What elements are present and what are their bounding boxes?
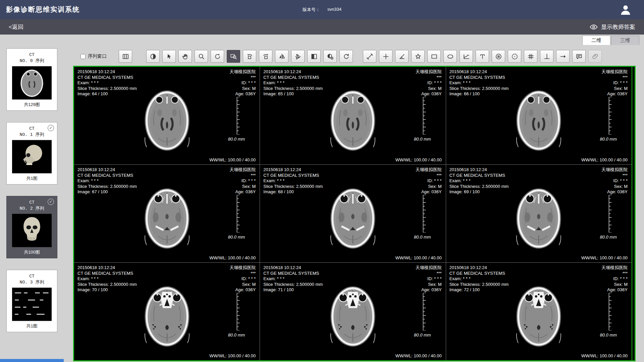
cell-hospital: 天堰模拟医院 [601,69,628,75]
cell-exam: Exam: * * * [77,276,137,282]
series-window-toggle[interactable]: 序列窗口 [80,53,107,59]
tool-roi-stats-button[interactable] [492,50,505,63]
tool-zoom-button[interactable] [195,50,208,63]
select-icon [165,53,173,60]
tool-rotate-3d-button[interactable] [211,50,224,63]
viewport-cell[interactable]: 20150618 10:12:24 CT GE MEDICAL SYSTEMS … [446,165,632,262]
cell-slice-thickness: Slice Thickness: 2.500000 mm [263,282,323,288]
viewport-cell[interactable]: 20150618 10:12:24 CT GE MEDICAL SYSTEMS … [446,263,632,360]
series-card[interactable]: ✓ CT NO. 3 序列 [6,270,57,332]
series-thumbnail [12,288,52,321]
cell-sex: Sex: M [601,86,628,92]
tool-text-annotation-button[interactable] [476,50,489,63]
tab-2d[interactable]: 二维 [582,36,610,45]
tool-paperclip-button[interactable] [588,50,602,63]
tool-select-button[interactable] [162,50,176,63]
paperclip-icon [591,53,599,60]
tool-measure-angle-button[interactable] [395,50,409,63]
window-preset-icon [326,53,334,60]
series-card[interactable]: ✓ CT NO. 0 序列 [6,48,57,111]
cell-sex: Sex: M [416,282,442,288]
tool-draw-ellipse-button[interactable] [443,50,457,63]
tab-3d[interactable]: 三维 [611,36,639,45]
tool-draw-rectangle-button[interactable] [427,50,441,63]
layout-grid-icon [122,53,129,60]
cell-hospital: 天堰模拟医院 [229,69,256,75]
back-button[interactable]: <返回 [9,23,23,31]
tool-comment-button[interactable] [572,50,586,63]
viewport-cell[interactable]: 20150618 10:12:24 CT GE MEDICAL SYSTEMS … [74,165,260,262]
cell-image-index: Image: 69 / 100 [449,189,509,195]
content-area: ✓ CT NO. 0 序列 [0,45,644,362]
tool-layout-grid-button[interactable] [119,50,132,63]
tool-window-preset-button[interactable] [323,50,337,63]
tool-flip-vertical-button[interactable] [291,50,305,63]
viewport-cell[interactable]: 20150618 10:12:24 CT GE MEDICAL SYSTEMS … [74,67,260,164]
tool-pan-button[interactable] [178,50,192,63]
tool-curve-chart-button[interactable] [460,50,473,63]
cell-sex: Sex: M [229,282,256,288]
cell-hospital: 天堰模拟医院 [229,167,256,173]
tool-reset-button[interactable] [339,50,353,63]
comment-icon [575,53,583,60]
cell-datetime: 20150618 10:12:24 [449,265,509,271]
scale-ruler-icon [236,195,240,232]
tool-mark-star-button[interactable] [411,50,425,63]
cell-age: Age: 036Y [229,189,256,195]
cell-slice-thickness: Slice Thickness: 2.500000 mm [449,282,509,288]
cell-slice-thickness: Slice Thickness: 2.500000 mm [263,184,323,190]
cell-info-right: 天堰模拟医院 *** ID: * * * Sex: M Age: 036Y [229,69,256,97]
tool-invert-button[interactable] [307,50,321,63]
tool-window-level-button[interactable] [146,50,160,63]
tool-arrow-button[interactable] [556,50,570,63]
tool-rotate-90-ccw-button[interactable] [243,50,256,63]
user-avatar[interactable] [619,3,632,16]
cell-info-right: 天堰模拟医院 *** ID: * * * Sex: M Age: 036Y [601,265,628,293]
flip-horizontal-icon [278,53,286,60]
window-level-readout: WW/WL: 100.00 / 40.00 [581,255,628,260]
series-card[interactable]: ✓ CT NO. 2 序列 [6,196,57,258]
cell-slice-thickness: Slice Thickness: 2.500000 mm [77,282,137,288]
sub-nav: <返回 显示教师答案 [0,19,644,35]
scale-ruler-icon [422,97,426,135]
tool-roi-dashed-button[interactable] [508,50,521,63]
tool-measure-line-button[interactable] [363,50,376,63]
viewport-cell[interactable]: 20150618 10:12:24 CT GE MEDICAL SYSTEMS … [446,67,632,164]
viewport-cell[interactable]: 20150618 10:12:24 CT GE MEDICAL SYSTEMS … [74,263,260,360]
show-teacher-answer-button[interactable]: 显示教师答案 [589,23,635,31]
viewer-grid: 20150618 10:12:24 CT GE MEDICAL SYSTEMS … [74,67,632,360]
tool-zoom-region-button[interactable] [227,50,240,63]
viewer-scrollbar[interactable] [632,67,635,360]
show-teacher-answer-label: 显示教师答案 [601,23,635,31]
viewport-cell[interactable]: 20150618 10:12:24 CT GE MEDICAL SYSTEMS … [260,263,445,360]
tool-rotate-90-cw-button[interactable] [259,50,272,63]
cell-exam: Exam: * * * [77,178,137,184]
tool-crosshair-button[interactable] [379,50,392,63]
cell-image-index: Image: 67 / 100 [77,189,137,195]
scale-ruler-icon [236,97,240,135]
series-count: 共1图 [9,323,55,329]
ct-image [140,178,195,255]
window-level-readout: WW/WL: 100.00 / 40.00 [209,353,256,358]
series-window-checkbox[interactable] [80,54,86,59]
viewport-cell[interactable]: 20150618 10:12:24 CT GE MEDICAL SYSTEMS … [260,67,445,164]
viewport-cell[interactable]: 20150618 10:12:24 CT GE MEDICAL SYSTEMS … [260,165,445,262]
cell-age: Age: 036Y [601,287,628,293]
annotation-tools-group [363,50,602,63]
version-value: svn334 [327,7,341,13]
sidebar-scrollbar[interactable] [0,359,64,362]
series-window-label: 序列窗口 [88,53,107,59]
measure-line-icon [366,53,374,60]
cell-patient-id: ID: * * * [416,178,442,184]
tool-grid-button[interactable] [524,50,537,63]
window-level-readout: WW/WL: 100.00 / 40.00 [209,157,256,162]
series-count: 共100图 [9,249,55,255]
cell-age: Age: 036Y [416,91,442,97]
cell-info-right: 天堰模拟医院 *** ID: * * * Sex: M Age: 036Y [601,69,628,97]
cell-manufacturer: CT GE MEDICAL SYSTEMS [77,173,137,178]
tool-perpendicular-button[interactable] [540,50,553,63]
series-card[interactable]: ✓ CT NO. 1 序列 [6,122,57,185]
cell-info-left: 20150618 10:12:24 CT GE MEDICAL SYSTEMS … [263,265,323,293]
tool-flip-horizontal-button[interactable] [275,50,288,63]
cell-info-right: 天堰模拟医院 *** ID: * * * Sex: M Age: 036Y [229,167,256,195]
